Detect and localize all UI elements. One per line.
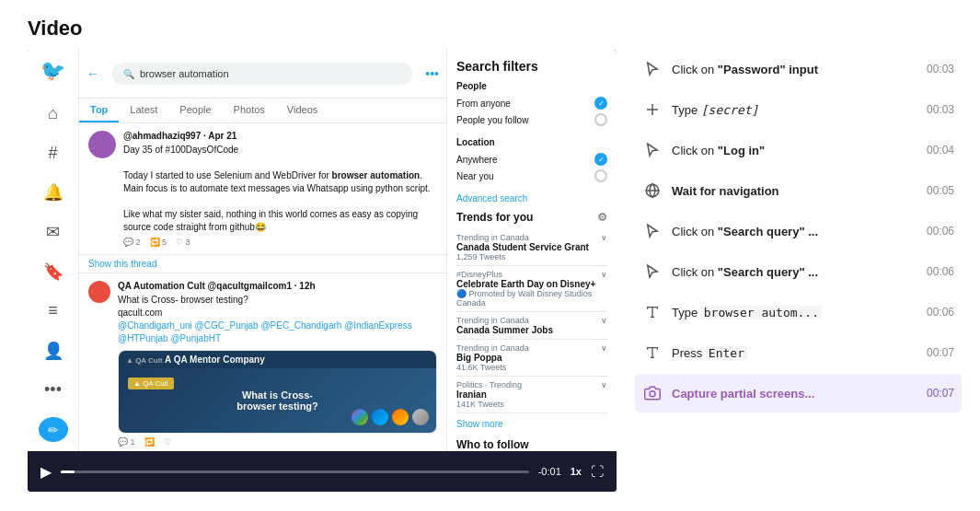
action-7[interactable]: Type browser autom... 00:06 [635,293,962,331]
advanced-search-link[interactable]: Advanced search [456,193,607,203]
play-button[interactable]: ▶ [40,463,52,481]
action-1-time: 00:03 [927,63,954,75]
tweet-image-card: ▲ QA Cult A QA Mentor Company ▲ QA Cult … [118,350,437,434]
main-layout: 🐦 ⌂ # 🔔 ✉ 🔖 ≡ 👤 ••• ✏ ← 🔍 browser auto [0,50,980,505]
reply-icon-2: 💬 1 [118,437,135,447]
search-filters-panel: Search filters People From anyone People… [446,50,617,451]
action-9-time: 00:07 [927,387,954,400]
tw-nav-lists-icon: ≡ [39,298,68,323]
action-2[interactable]: Type [secret] 00:03 [635,90,962,129]
search-value: browser automation [140,68,229,79]
show-more-link[interactable]: Show more [456,413,607,429]
tab-top[interactable]: Top [79,99,119,122]
tweet-text-1: Day 35 of #100DaysOfCode Today I started… [123,144,437,234]
card-body: ▲ QA Cult What is Cross-browser testing? [119,368,436,433]
action-9[interactable]: Capture partial screens... 00:07 [635,374,962,412]
action-7-time: 00:06 [927,306,954,319]
action-7-text: Type browser autom... [672,306,917,319]
action-2-time: 00:03 [927,103,954,116]
location-label: Location [456,137,607,147]
action-8-time: 00:07 [927,346,954,359]
tab-people[interactable]: People [168,99,222,122]
type-icon-3 [642,343,663,363]
twitter-sidebar: 🐦 ⌂ # 🔔 ✉ 🔖 ≡ 👤 ••• ✏ [28,50,79,451]
action-5-text: Click on "Search query" ... [672,225,917,238]
twitter-logo-icon: 🐦 [40,59,65,83]
retweet-icon: 🔁 5 [150,238,167,247]
card-text: What is Cross-browser testing? [236,389,318,412]
action-8[interactable]: Press Enter 00:07 [635,333,962,372]
action-6[interactable]: Click on "Search query" ... 00:06 [635,252,962,291]
trend-3: Trending in Canada ∨ Canada Summer Jobs [456,312,607,340]
action-4-time: 00:05 [927,184,954,197]
card-header: ▲ QA Cult A QA Mentor Company [119,351,436,368]
more-options-icon: ••• [425,66,439,81]
people-label: People [456,81,607,91]
video-controls: ▶ -0:01 1x ⛶ [28,451,617,492]
progress-fill [61,470,75,473]
filters-title: Search filters [456,59,607,74]
click-icon-4 [642,261,663,282]
action-4[interactable]: Wait for navigation 00:05 [635,171,962,210]
back-icon: ← [86,66,99,81]
tab-videos[interactable]: Videos [276,99,329,122]
avatar-2 [88,281,110,303]
action-panel: Click on "Password" input 00:03 Type [se… [617,50,980,505]
action-3[interactable]: Click on "Log in" 00:04 [635,131,962,169]
trends-section: Trends for you ⚙ Trending in Canada ∨ Ca… [456,211,607,429]
action-9-text: Capture partial screens... [672,387,917,401]
click-icon-3 [642,221,663,241]
tab-photos[interactable]: Photos [223,99,276,122]
trend-1: Trending in Canada ∨ Canada Student Serv… [456,229,607,266]
action-8-text: Press Enter [672,346,917,360]
tw-nav-more-icon: ••• [39,377,68,402]
tw-nav-profile-icon: 👤 [39,338,68,363]
people-filter: People From anyone People you follow [456,81,607,128]
show-thread-link[interactable]: Show this thread [79,255,446,273]
tw-nav-explore-icon: # [39,141,68,166]
anywhere-option[interactable]: Anywhere [456,151,607,168]
action-3-text: Click on "Log in" [672,144,917,157]
trends-title: Trends for you ⚙ [456,211,607,224]
like-icon-2: ♡ [164,437,171,447]
retweet-icon-2: 🔁 [144,437,155,447]
camera-icon-1 [642,383,663,403]
tw-nav-messages-icon: ✉ [39,220,68,245]
action-1[interactable]: Click on "Password" input 00:03 [635,50,962,88]
near-you-check [594,169,607,182]
click-icon-1 [642,59,663,79]
twitter-feed: ← 🔍 browser automation ••• Top Latest Pe… [79,50,446,451]
search-icon: 🔍 [123,69,134,79]
action-1-text: Click on "Password" input [672,63,917,76]
browser-icons [352,409,429,425]
action-3-time: 00:04 [927,144,954,157]
trend-4: Trending in Canada ∨ Big Poppa 41.6K Twe… [456,340,607,377]
from-anyone-option[interactable]: From anyone [456,95,607,111]
action-6-time: 00:06 [927,265,954,278]
page-title: Video [0,0,980,50]
tw-nav-notifications-icon: 🔔 [39,180,68,205]
search-bar[interactable]: 🔍 browser automation [112,63,412,85]
fullscreen-button[interactable]: ⛶ [591,464,604,479]
action-2-text: Type [secret] [672,103,917,117]
progress-bar[interactable] [61,470,529,473]
near-you-option[interactable]: Near you [456,168,607,184]
twitter-tabs: Top Latest People Photos Videos [79,99,446,123]
tw-nav-home-icon: ⌂ [39,101,68,126]
action-5[interactable]: Click on "Search query" ... 00:06 [635,212,962,250]
people-you-follow-option[interactable]: People you follow [456,111,607,128]
avatar-1 [88,131,116,158]
action-4-text: Wait for navigation [672,184,917,198]
trend-5: Politics · Trending ∨ Iranian 141K Tweet… [456,377,607,413]
tweet-1: @ahmadhaziq997 · Apr 21 Day 35 of #100Da… [79,123,446,255]
tw-compose-icon: ✏ [39,417,68,442]
trend-2: #DisneyPlus ∨ Celebrate Earth Day on Dis… [456,266,607,312]
action-6-text: Click on "Search query" ... [672,265,917,279]
click-icon-2 [642,140,663,160]
from-anyone-check [594,97,607,110]
speed-display[interactable]: 1x [571,466,582,477]
type-icon-1 [642,99,663,120]
tab-latest[interactable]: Latest [119,99,168,122]
video-content: 🐦 ⌂ # 🔔 ✉ 🔖 ≡ 👤 ••• ✏ ← 🔍 browser auto [28,50,617,451]
tweet-text-2: What is Cross- browser testing? qacult.c… [118,294,437,345]
